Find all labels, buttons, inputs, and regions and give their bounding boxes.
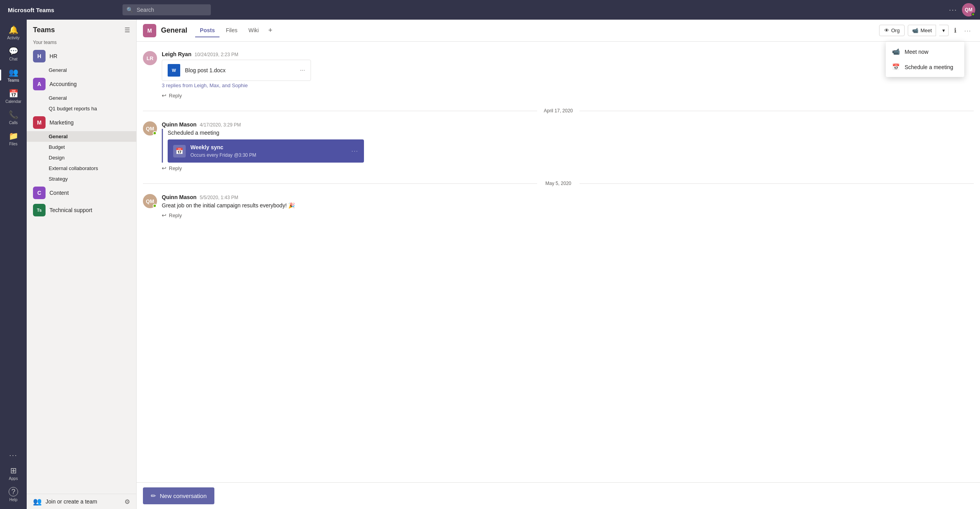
sidebar-item-apps[interactable]: ⊞ Apps: [0, 463, 27, 484]
message-content: Quinn Mason 5/5/2020, 1:43 PM Great job …: [162, 194, 974, 220]
channel-hr-general[interactable]: General: [27, 65, 136, 75]
sidebar-item-calls[interactable]: 📞 Calls: [0, 107, 27, 128]
header-ellipsis-button[interactable]: ···: [962, 25, 974, 36]
team-avatar-content: C: [33, 187, 46, 199]
message-body: Great job on the initial campaign result…: [162, 201, 974, 210]
team-name-hr: HR: [49, 53, 130, 59]
message-row: LR Leigh Ryan 10/24/2019, 2:23 PM W Blog…: [137, 48, 980, 103]
team-avatar-accounting: A: [33, 78, 46, 90]
sidebar-item-files[interactable]: 📁 Files: [0, 128, 27, 149]
date-divider: April 17, 2020: [137, 103, 980, 118]
chat-icon: 💬: [9, 46, 18, 56]
meet-button[interactable]: 📹 Meet: [908, 25, 936, 36]
org-button[interactable]: 👁 Org: [879, 25, 905, 36]
meet-dropdown: 📹 Meet now 📅 Schedule a meeting: [886, 42, 964, 77]
meet-chevron-button[interactable]: ▾: [939, 25, 949, 36]
sidebar-item-help[interactable]: ? Help: [0, 484, 27, 505]
date-divider: May 5, 2020: [137, 176, 980, 191]
channel-accounting-general[interactable]: General: [27, 93, 136, 103]
sidebar-header: Teams ☰: [27, 20, 136, 37]
sidebar-item-teams[interactable]: 👥 Teams: [0, 64, 27, 86]
tab-files[interactable]: Files: [221, 24, 242, 37]
join-icon: 👥: [33, 497, 42, 506]
reply-button[interactable]: ↩ Reply: [162, 163, 974, 173]
info-button[interactable]: ℹ: [952, 24, 959, 37]
team-avatar-technical-support: Ts: [33, 204, 46, 216]
meeting-icon: 📅: [173, 145, 186, 157]
top-right: ··· QM: [949, 3, 975, 16]
file-card[interactable]: W Blog post 1.docx ···: [162, 60, 311, 81]
schedule-meeting-option[interactable]: 📅 Schedule a meeting: [886, 59, 964, 75]
message-time: 10/24/2019, 2:23 PM: [194, 52, 238, 57]
new-conversation-button[interactable]: ✏ New conversation: [143, 487, 214, 504]
avatar[interactable]: QM: [962, 3, 975, 16]
search-input[interactable]: [122, 4, 211, 15]
channel-marketing-external[interactable]: External collaborators: [27, 163, 136, 174]
meeting-time: Occurs every Friday @3:30 PM: [190, 152, 347, 159]
message-row: QM Quinn Mason 4/17/2020, 3:29 PM Schedu…: [137, 118, 980, 176]
avatar-leigh-ryan: LR: [143, 51, 157, 65]
your-teams-label: Your teams: [27, 37, 136, 48]
meet-now-icon: 📹: [892, 48, 900, 55]
channel-marketing-budget[interactable]: Budget: [27, 142, 136, 152]
meet-now-option[interactable]: 📹 Meet now: [886, 44, 964, 59]
add-tab-button[interactable]: +: [265, 25, 276, 36]
filter-icon[interactable]: ☰: [124, 26, 130, 34]
online-badge: [153, 131, 157, 135]
meeting-card[interactable]: 📅 Weekly sync Occurs every Friday @3:30 …: [168, 139, 364, 163]
sidebar: Teams ☰ Your teams H HR ··· General A Ac…: [27, 20, 137, 509]
team-avatar-hr: H: [33, 50, 46, 62]
team-item-content[interactable]: C Content ···: [27, 184, 136, 201]
channel-accounting-q1[interactable]: Q1 budget reports ha: [27, 103, 136, 114]
reply-arrow-icon: ↩: [162, 212, 166, 218]
channel-marketing-strategy[interactable]: Strategy: [27, 174, 136, 184]
reply-button[interactable]: ↩ Reply: [162, 91, 974, 100]
team-item-accounting[interactable]: A Accounting ···: [27, 75, 136, 93]
message-header: Quinn Mason 5/5/2020, 1:43 PM: [162, 194, 974, 200]
reply-arrow-icon: ↩: [162, 92, 166, 99]
sidebar-item-activity[interactable]: 🔔 Activity: [0, 22, 27, 43]
file-options[interactable]: ···: [300, 67, 305, 74]
sidebar-footer: 👥 Join or create a team ⚙: [27, 494, 136, 509]
message-author: Leigh Ryan: [162, 51, 191, 57]
message-row: QM Quinn Mason 5/5/2020, 1:43 PM Great j…: [137, 191, 980, 223]
join-create-team[interactable]: 👥 Join or create a team: [33, 497, 121, 506]
activity-icon: 🔔: [9, 25, 18, 35]
messages-area: LR Leigh Ryan 10/24/2019, 2:23 PM W Blog…: [137, 42, 980, 482]
reply-button[interactable]: ↩ Reply: [162, 211, 974, 220]
online-badge: [153, 204, 157, 208]
team-item-hr[interactable]: H HR ···: [27, 48, 136, 65]
meeting-options[interactable]: ···: [351, 147, 358, 155]
teams-icon: 👥: [9, 68, 18, 77]
message-time: 4/17/2020, 3:29 PM: [200, 122, 241, 128]
files-icon: 📁: [9, 131, 18, 141]
sidebar-item-calendar[interactable]: 📅 Calendar: [0, 86, 27, 107]
more-icon: ···: [9, 451, 17, 460]
search-icon: 🔍: [126, 7, 133, 13]
avatar-online-badge: [971, 13, 975, 16]
settings-icon[interactable]: ⚙: [124, 498, 130, 505]
replies-link[interactable]: 3 replies from Leigh, Max, and Sophie: [162, 81, 974, 90]
sidebar-title: Teams: [33, 26, 55, 34]
message-content: Quinn Mason 4/17/2020, 3:29 PM Scheduled…: [162, 121, 974, 173]
app-title: Microsoft Teams: [8, 7, 118, 13]
tab-wiki[interactable]: Wiki: [244, 24, 263, 37]
sidebar-item-chat[interactable]: 💬 Chat: [0, 43, 27, 64]
team-name-marketing: Marketing: [49, 119, 130, 126]
team-item-marketing[interactable]: M Marketing ···: [27, 114, 136, 131]
sidebar-item-more[interactable]: ···: [0, 448, 27, 463]
settings-ellipsis[interactable]: ···: [949, 6, 957, 14]
channel-marketing-general[interactable]: General: [27, 131, 136, 142]
team-item-technical-support[interactable]: Ts Technical support ···: [27, 201, 136, 219]
tab-posts[interactable]: Posts: [195, 24, 219, 37]
channel-header-avatar: M: [143, 24, 156, 37]
header-actions: 👁 Org 📹 Meet ▾ ℹ ···: [879, 24, 974, 37]
chat-area: M General Posts Files Wiki + 👁 Org 📹 Mee…: [137, 20, 980, 509]
message-author: Quinn Mason: [162, 121, 197, 128]
join-label: Join or create a team: [46, 498, 97, 505]
channel-marketing-design[interactable]: Design: [27, 152, 136, 163]
channel-tabs: Posts Files Wiki +: [195, 24, 276, 37]
schedule-icon: 📅: [892, 63, 900, 71]
reply-arrow-icon: ↩: [162, 165, 166, 171]
new-conv-icon: ✏: [151, 492, 156, 500]
